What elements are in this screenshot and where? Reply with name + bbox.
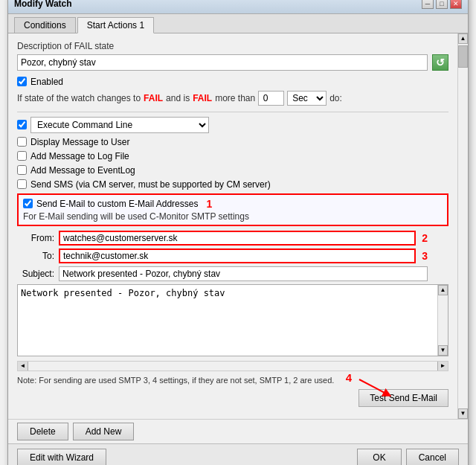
enabled-row: Enabled — [17, 77, 448, 87]
delete-button[interactable]: Delete — [17, 423, 68, 440]
bottom-left-controls: Edit with Wizard — [17, 449, 106, 466]
scroll-down-arrow[interactable]: ▼ — [438, 345, 448, 356]
ok-button[interactable]: OK — [357, 449, 401, 466]
scroll-up-arrow[interactable]: ▲ — [438, 285, 448, 295]
fail-value-input[interactable] — [258, 91, 284, 106]
email-header-row: Send E-Mail to custom E-Mail Addresses 1 — [23, 198, 443, 210]
add-log-label: Add Message to Log File — [30, 151, 129, 161]
to-label: To: — [17, 251, 54, 261]
window-controls: ─ □ ✕ — [422, 0, 462, 9]
minimize-button[interactable]: ─ — [422, 0, 434, 9]
textarea-scrollbar[interactable]: ▲ ▼ — [437, 285, 448, 356]
add-eventlog-label: Add Message to EventLog — [30, 165, 135, 176]
hscroll-left[interactable]: ◄ — [18, 362, 28, 371]
test-send-row: 4 Test Send E-Mail — [17, 389, 448, 407]
maximize-button[interactable]: □ — [436, 0, 448, 9]
edit-wizard-button[interactable]: Edit with Wizard — [17, 449, 106, 466]
main-scroll-up[interactable]: ▲ — [458, 33, 468, 44]
svg-line-0 — [359, 379, 387, 394]
email-section: Send E-Mail to custom E-Mail Addresses 1… — [17, 193, 448, 226]
main-content: Description of FAIL state ↺ Enabled If s… — [8, 33, 457, 419]
cancel-button[interactable]: Cancel — [406, 449, 459, 466]
email-info-row: For E-Mail sending will be used C-Monito… — [23, 211, 443, 222]
fail-keyword-1: FAIL — [144, 93, 163, 103]
window-title: Modify Watch — [14, 0, 72, 9]
send-email-checkbox[interactable] — [23, 199, 33, 208]
add-new-button[interactable]: Add New — [73, 423, 135, 440]
to-input[interactable] — [59, 248, 416, 263]
description-input[interactable] — [17, 54, 428, 71]
body-textarea-wrap: Network presented - Pozor, chybný stav ▲… — [17, 284, 448, 356]
fail-more: more than — [215, 93, 255, 103]
description-label: Description of FAIL state — [17, 41, 448, 51]
delete-addnew-bar: Delete Add New — [8, 419, 468, 443]
add-log-checkbox[interactable] — [17, 151, 27, 161]
send-sms-row: Send SMS (via CM server, must be support… — [17, 179, 448, 190]
from-label: From: — [17, 233, 54, 243]
display-message-checkbox[interactable] — [17, 137, 27, 147]
display-message-row: Display Message to User — [17, 137, 448, 147]
body-hscrollbar[interactable]: ◄ ► — [17, 361, 448, 371]
email-info-label: For E-Mail sending will be used C-Monito… — [23, 211, 249, 222]
body-textarea[interactable]: Network presented - Pozor, chybný stav — [18, 285, 437, 356]
annotation-2: 2 — [422, 232, 428, 244]
fail-condition-row: If state of the watch changes to FAIL an… — [17, 91, 448, 106]
hscroll-right[interactable]: ► — [437, 362, 448, 371]
close-button[interactable]: ✕ — [450, 0, 462, 9]
display-message-label: Display Message to User — [30, 137, 129, 147]
main-scroll-down[interactable]: ▼ — [458, 408, 468, 419]
send-sms-checkbox[interactable] — [17, 179, 27, 189]
modify-watch-window: Modify Watch ─ □ ✕ Conditions Start Acti… — [7, 0, 469, 465]
fail-prefix: If state of the watch changes to — [17, 93, 141, 103]
arrow-4-svg — [352, 376, 396, 398]
tab-bar: Conditions Start Actions 1 — [8, 14, 468, 33]
subject-label: Subject: — [17, 269, 54, 279]
main-scroll-thumb[interactable] — [458, 45, 468, 68]
fail-unit-select[interactable]: Sec Min Hour — [287, 91, 327, 106]
add-eventlog-row: Add Message to EventLog — [17, 165, 448, 176]
enabled-label: Enabled — [30, 77, 63, 87]
execute-command-select[interactable]: Execute Command Line — [30, 117, 209, 133]
annotation-4-label: 4 — [346, 371, 352, 384]
bottom-right-controls: OK Cancel — [357, 449, 459, 466]
subject-input[interactable] — [59, 266, 428, 281]
tab-conditions[interactable]: Conditions — [14, 17, 76, 33]
enabled-checkbox[interactable] — [17, 77, 27, 86]
description-refresh-button[interactable]: ↺ — [432, 54, 448, 71]
annotation-1: 1 — [206, 198, 212, 210]
fail-suffix: do: — [329, 93, 342, 103]
send-sms-label: Send SMS (via CM server, must be support… — [30, 179, 271, 190]
main-scrollbar[interactable]: ▲ ▼ — [457, 33, 468, 419]
execute-command-checkbox[interactable] — [17, 120, 27, 129]
title-bar: Modify Watch ─ □ ✕ — [8, 0, 468, 14]
bottom-bar: Edit with Wizard OK Cancel — [8, 443, 468, 466]
description-row: ↺ — [17, 54, 448, 71]
execute-command-row: Execute Command Line — [17, 117, 448, 133]
fail-middle: and is — [166, 93, 190, 103]
from-input[interactable] — [59, 231, 416, 246]
fail-keyword-2: FAIL — [193, 93, 212, 103]
send-email-label: Send E-Mail to custom E-Mail Addresses — [36, 199, 198, 209]
tab-start-actions-1[interactable]: Start Actions 1 — [77, 17, 154, 33]
add-eventlog-checkbox[interactable] — [17, 165, 27, 175]
add-log-row: Add Message to Log File — [17, 151, 448, 161]
annotation-3: 3 — [422, 250, 428, 262]
